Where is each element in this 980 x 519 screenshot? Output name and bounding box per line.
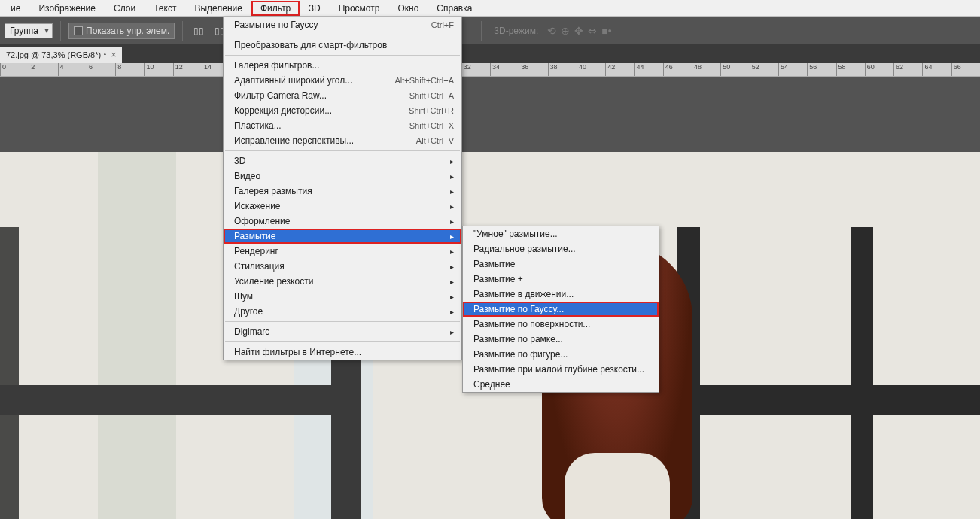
submenu-arrow-icon: ▸ bbox=[450, 202, 454, 211]
show-controls-checkbox[interactable]: Показать упр. элем. bbox=[68, 23, 175, 39]
document-tab[interactable]: 72.jpg @ 73,3% (RGB/8*) * × bbox=[0, 47, 122, 63]
submenu-arrow-icon: ▸ bbox=[450, 247, 454, 256]
pan-icon[interactable]: ✥ bbox=[574, 25, 583, 37]
photo-detail bbox=[851, 227, 873, 519]
menu-adaptive-wide[interactable]: Адаптивный широкий угол... Alt+Shift+Ctr… bbox=[224, 73, 461, 88]
menu-lens-correction[interactable]: Коррекция дисторсии... Shift+Ctrl+R bbox=[224, 103, 461, 118]
menu-3d[interactable]: 3D bbox=[300, 1, 329, 16]
submenu-arrow-icon: ▸ bbox=[450, 217, 454, 226]
ruler-tick: 58 bbox=[836, 63, 846, 76]
menu-convert-smart[interactable]: Преобразовать для смарт-фильтров bbox=[224, 38, 461, 53]
menu-sub-video[interactable]: Видео ▸ bbox=[224, 168, 461, 184]
menu-liquify[interactable]: Пластика... Shift+Ctrl+X bbox=[224, 118, 461, 133]
menu-sub-blur[interactable]: Размытие ▸ bbox=[224, 229, 461, 244]
submenu-arrow-icon: ▸ bbox=[450, 172, 454, 181]
ruler-tick: 8 bbox=[115, 63, 121, 76]
blur-submenu: "Умное" размытие... Радиальное размытие.… bbox=[462, 226, 659, 393]
submenu-smart-blur[interactable]: "Умное" размытие... bbox=[463, 226, 659, 241]
ruler-tick: 2 bbox=[29, 63, 35, 76]
menu-label: Размытие по поверхности... bbox=[473, 319, 590, 329]
submenu-radial-blur[interactable]: Радиальное размытие... bbox=[463, 241, 659, 256]
submenu-blur[interactable]: Размытие bbox=[463, 256, 659, 272]
zoom-icon[interactable]: ■• bbox=[601, 25, 611, 37]
ruler-tick: 36 bbox=[519, 63, 528, 76]
menu-digimarc[interactable]: Digimarc ▸ bbox=[224, 324, 461, 339]
menu-layers[interactable]: Слои bbox=[105, 1, 145, 16]
menu-select[interactable]: Выделение bbox=[185, 1, 251, 16]
menu-sub-noise[interactable]: Шум ▸ bbox=[224, 289, 461, 304]
ruler-tick: 66 bbox=[951, 63, 961, 76]
menu-label: Усиление резкости bbox=[234, 276, 313, 287]
align-icon-1[interactable]: ▯▯ bbox=[190, 23, 207, 39]
menu-label: Шум bbox=[234, 291, 253, 302]
submenu-gaussian-blur[interactable]: Размытие по Гауссу... bbox=[463, 302, 659, 317]
ruler-tick: 60 bbox=[865, 63, 875, 76]
submenu-box-blur[interactable]: Размытие по рамке... bbox=[463, 332, 659, 347]
ruler-tick: 32 bbox=[461, 63, 471, 76]
ruler-tick: 50 bbox=[720, 63, 730, 76]
separator bbox=[481, 21, 482, 41]
menu-text[interactable]: Текст bbox=[145, 1, 185, 16]
ruler-tick: 64 bbox=[922, 63, 932, 76]
menu-label: Галерея фильтров... bbox=[234, 60, 319, 71]
ruler-tick: 4 bbox=[58, 63, 64, 76]
menu-vanishing-point[interactable]: Исправление перспективы... Alt+Ctrl+V bbox=[224, 133, 461, 148]
checkbox-icon bbox=[74, 26, 83, 35]
menu-label: Размытие по Гауссу... bbox=[473, 304, 564, 314]
menu-shortcut: Ctrl+F bbox=[431, 20, 454, 29]
submenu-blur-more[interactable]: Размытие + bbox=[463, 272, 659, 287]
orbit-icon[interactable]: ⟲ bbox=[547, 25, 556, 37]
menu-filter[interactable]: Фильтр bbox=[251, 1, 300, 16]
menu-sub-distort[interactable]: Искажение ▸ bbox=[224, 199, 461, 214]
menu-label: Размытие по Гауссу bbox=[234, 20, 318, 30]
menu-label: Размытие bbox=[473, 259, 515, 269]
submenu-arrow-icon: ▸ bbox=[450, 157, 454, 165]
submenu-average[interactable]: Среднее bbox=[463, 377, 659, 392]
menu-sub-render[interactable]: Рендеринг ▸ bbox=[224, 244, 461, 259]
group-select[interactable]: Группа bbox=[5, 23, 53, 38]
menu-shortcut: Alt+Ctrl+V bbox=[416, 136, 454, 145]
submenu-arrow-icon: ▸ bbox=[450, 308, 454, 316]
submenu-motion-blur[interactable]: Размытие в движении... bbox=[463, 287, 659, 302]
menu-label: Преобразовать для смарт-фильтров bbox=[234, 40, 387, 50]
menu-label: Видео bbox=[234, 171, 260, 181]
menu-shortcut: Shift+Ctrl+R bbox=[409, 106, 454, 115]
menu-edit-partial[interactable]: ие bbox=[2, 1, 29, 16]
separator bbox=[225, 321, 460, 322]
menu-sub-other[interactable]: Другое ▸ bbox=[224, 304, 461, 319]
menu-label: Стилизация bbox=[234, 261, 285, 272]
menu-view[interactable]: Просмотр bbox=[330, 1, 389, 16]
menu-label: Коррекция дисторсии... bbox=[234, 105, 332, 116]
menu-sub-3d[interactable]: 3D ▸ bbox=[224, 153, 461, 168]
menu-label: Исправление перспективы... bbox=[234, 135, 354, 146]
ruler-tick: 46 bbox=[663, 63, 673, 76]
submenu-shape-blur[interactable]: Размытие по фигуре... bbox=[463, 347, 659, 362]
menu-image[interactable]: Изображение bbox=[29, 1, 105, 16]
ruler-tick: 6 bbox=[87, 63, 93, 76]
separator bbox=[182, 21, 183, 41]
close-icon[interactable]: × bbox=[111, 50, 116, 60]
separator bbox=[225, 150, 460, 151]
menu-label: Среднее bbox=[473, 379, 510, 390]
menu-sub-pixelate[interactable]: Оформление ▸ bbox=[224, 214, 461, 229]
ruler-tick: 42 bbox=[605, 63, 615, 76]
menu-camera-raw[interactable]: Фильтр Camera Raw... Shift+Ctrl+A bbox=[224, 88, 461, 103]
menu-last-filter[interactable]: Размытие по Гауссу Ctrl+F bbox=[224, 17, 461, 32]
menu-help[interactable]: Справка bbox=[428, 1, 481, 16]
menu-label: Размытие + bbox=[473, 274, 523, 284]
ruler-tick: 48 bbox=[692, 63, 702, 76]
menu-sub-blur-gallery[interactable]: Галерея размытия ▸ bbox=[224, 184, 461, 199]
submenu-lens-blur[interactable]: Размытие при малой глубине резкости... bbox=[463, 362, 659, 377]
menu-sub-stylize[interactable]: Стилизация ▸ bbox=[224, 259, 461, 274]
submenu-surface-blur[interactable]: Размытие по поверхности... bbox=[463, 317, 659, 332]
menu-window[interactable]: Окно bbox=[388, 1, 428, 16]
slide-icon[interactable]: ⇔ bbox=[588, 25, 597, 37]
menu-filter-gallery[interactable]: Галерея фильтров... bbox=[224, 58, 461, 73]
menu-label: Размытие по рамке... bbox=[473, 334, 563, 344]
menu-sub-sharpen[interactable]: Усиление резкости ▸ bbox=[224, 274, 461, 289]
menu-label: 3D bbox=[234, 156, 245, 166]
menubar: ие Изображение Слои Текст Выделение Филь… bbox=[0, 0, 980, 17]
menu-browse-online[interactable]: Найти фильтры в Интернете... bbox=[224, 344, 461, 360]
ruler-tick: 38 bbox=[548, 63, 558, 76]
roll-icon[interactable]: ⊕ bbox=[561, 25, 570, 37]
